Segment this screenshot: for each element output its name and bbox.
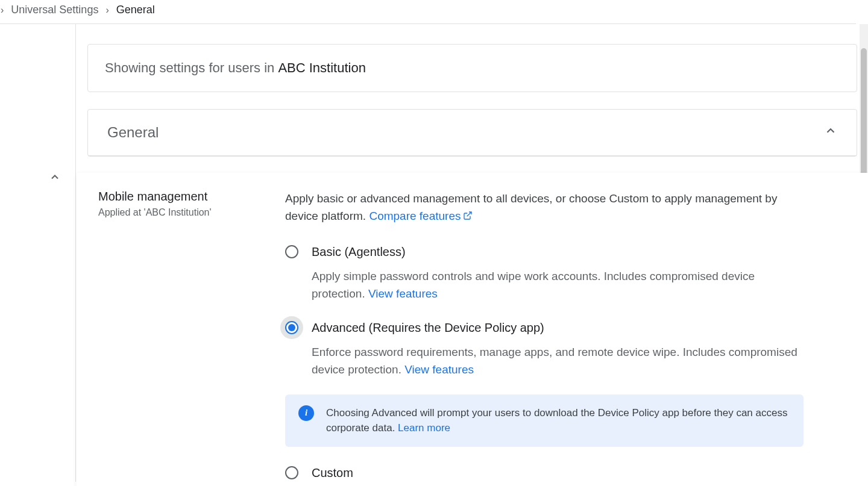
- chevron-up-icon[interactable]: [824, 124, 837, 141]
- main-content: Showing settings for users in ABC Instit…: [87, 33, 857, 173]
- svg-line-0: [467, 212, 471, 216]
- info-banner: i Choosing Advanced will prompt your use…: [285, 394, 804, 447]
- compare-features-link[interactable]: Compare features: [369, 210, 473, 222]
- radio-custom[interactable]: [285, 466, 298, 479]
- info-text: Choosing Advanced will prompt your users…: [326, 405, 790, 436]
- setting-title: Mobile management: [98, 190, 273, 204]
- scope-org: ABC Institution: [278, 60, 366, 75]
- sidebar: ts: [0, 24, 76, 482]
- chevron-up-icon[interactable]: [49, 171, 61, 186]
- option-custom: Custom Apply basic or advanced managemen…: [285, 464, 804, 486]
- option-basic-title: Basic (Agentless): [312, 243, 804, 261]
- setting-description: Apply basic or advanced management to al…: [285, 190, 804, 226]
- setting-panel-mobile-management: Mobile management Applied at 'ABC Instit…: [77, 173, 868, 486]
- breadcrumb-item-general: General: [116, 4, 155, 16]
- learn-more-link[interactable]: Learn more: [398, 422, 450, 434]
- section-general: General: [87, 109, 857, 157]
- view-features-advanced-link[interactable]: View features: [404, 363, 474, 376]
- setting-applied-at: Applied at 'ABC Institution': [98, 207, 273, 218]
- scope-prefix: Showing settings for users in: [105, 60, 278, 75]
- option-advanced: Advanced (Requires the Device Policy app…: [285, 319, 804, 379]
- setting-desc-text: Apply basic or advanced management to al…: [285, 192, 777, 222]
- info-icon: i: [298, 405, 314, 421]
- open-in-new-icon: [463, 208, 473, 225]
- setting-label: Mobile management Applied at 'ABC Instit…: [98, 190, 273, 486]
- chevron-right-icon: ›: [105, 5, 108, 16]
- option-advanced-desc: Enforce password requirements, manage ap…: [312, 343, 804, 379]
- radio-basic[interactable]: [285, 245, 298, 258]
- option-basic: Basic (Agentless) Apply simple password …: [285, 243, 804, 303]
- section-header[interactable]: General: [88, 110, 857, 156]
- option-advanced-title: Advanced (Requires the Device Policy app…: [312, 319, 804, 337]
- radio-advanced[interactable]: [285, 321, 298, 334]
- breadcrumb-item-universal-settings[interactable]: Universal Settings: [11, 4, 98, 16]
- view-features-basic-link[interactable]: View features: [368, 287, 438, 300]
- breadcrumb: s › Universal Settings › General: [0, 0, 856, 24]
- option-custom-title: Custom: [312, 464, 804, 482]
- chevron-right-icon: ›: [1, 5, 4, 16]
- scope-card: Showing settings for users in ABC Instit…: [87, 44, 857, 92]
- section-title: General: [107, 124, 159, 141]
- option-basic-desc: Apply simple password controls and wipe …: [312, 267, 804, 303]
